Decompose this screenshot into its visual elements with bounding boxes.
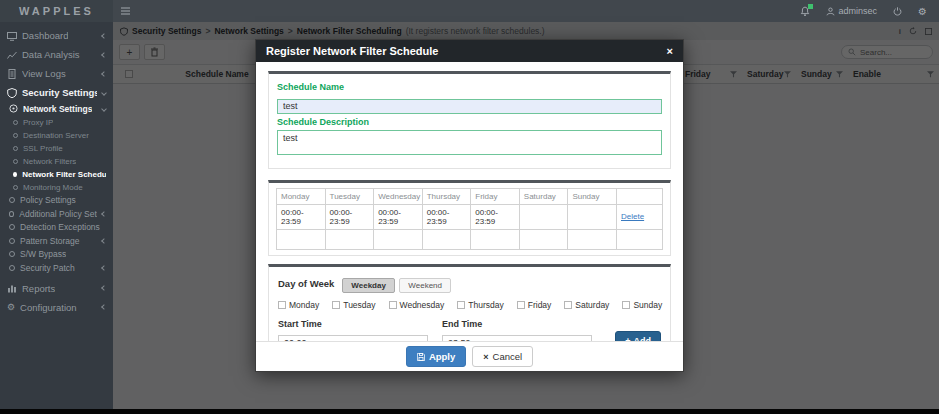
schedule-table: Monday Tuesday Wednesday Thursday Friday…: [276, 188, 663, 250]
sidebar-item-network-settings[interactable]: Network Settings: [0, 102, 113, 116]
schedule-description-input[interactable]: test: [277, 130, 662, 155]
chevron-left-icon: [101, 265, 107, 271]
day-of-week-label: Day of Week: [278, 278, 334, 289]
chevron-left-icon: [101, 211, 107, 217]
sidebar-item-configuration[interactable]: ⚙ Configuration: [0, 298, 113, 317]
circle-icon: [9, 224, 15, 230]
sidebar-item-dashboard[interactable]: Dashboard: [0, 26, 113, 45]
gear-icon: ⚙: [7, 302, 15, 312]
sidebar-item-label: Network Filter Scheduling: [22, 170, 106, 179]
sidebar-item-detection-exceptions[interactable]: Detection Exceptions: [0, 221, 113, 235]
checkbox-wednesday[interactable]: Wednesday: [389, 300, 445, 310]
schedule-table-header-row: Monday Tuesday Wednesday Thursday Friday…: [277, 188, 663, 204]
sidebar-item-security-patch[interactable]: Security Patch: [0, 261, 113, 275]
day-of-week-row: Day of Week Weekday Weekend: [278, 274, 661, 293]
sidebar-item-additional-policy-settings[interactable]: Additional Policy Settings: [0, 207, 113, 221]
sidebar-item-label: Security Settings: [22, 87, 97, 98]
topbar-actions: adminsec ⚙: [800, 0, 939, 22]
checkbox-icon: [332, 301, 340, 309]
sidebar-item-label: Destination Server: [23, 131, 89, 140]
sidebar-item-label: Detection Exceptions: [20, 222, 100, 232]
apply-button[interactable]: Apply: [406, 346, 466, 367]
target-icon: [9, 104, 18, 113]
sidebar-item-policy-settings[interactable]: Policy Settings: [0, 194, 113, 208]
checkbox-label: Thursday: [468, 300, 503, 310]
sidebar-item-monitoring-mode[interactable]: Monitoring Mode: [0, 181, 113, 194]
chevron-left-icon: [101, 285, 107, 291]
checkbox-icon: [389, 301, 397, 309]
sidebar-item-reports[interactable]: Reports: [0, 279, 113, 298]
add-time-button[interactable]: +Add: [615, 331, 661, 342]
bar-chart-icon: [7, 283, 17, 293]
checkbox-friday[interactable]: Friday: [517, 300, 552, 310]
sidebar-item-proxy-ip[interactable]: Proxy IP: [0, 116, 113, 129]
checkbox-thursday[interactable]: Thursday: [457, 300, 503, 310]
cell-empty: [519, 229, 568, 249]
shield-icon: [7, 88, 17, 98]
checkbox-icon: [278, 301, 286, 309]
circle-icon: [13, 120, 18, 125]
line-chart-icon: [7, 50, 17, 60]
circle-icon: [9, 238, 15, 244]
chevron-left-icon: [101, 238, 107, 244]
checkbox-label: Wednesday: [400, 300, 445, 310]
checkbox-monday[interactable]: Monday: [278, 300, 319, 310]
sidebar-item-network-filters[interactable]: Network Filters: [0, 155, 113, 168]
circle-icon: [13, 146, 18, 151]
checkbox-label: Sunday: [633, 300, 662, 310]
username-label: adminsec: [839, 6, 878, 16]
cell-tuesday: 00:00-23:59: [325, 204, 374, 229]
sidebar-item-view-logs[interactable]: View Logs: [0, 64, 113, 83]
chevron-left-icon: [101, 33, 107, 39]
start-time-label: Start Time: [278, 319, 428, 329]
document-icon: [7, 69, 17, 79]
weekday-button[interactable]: Weekday: [342, 278, 395, 293]
sidebar-item-ssl-profile[interactable]: SSL Profile: [0, 142, 113, 155]
settings-button[interactable]: ⚙: [918, 6, 927, 17]
checkbox-icon: [622, 301, 630, 309]
cell-empty: [617, 229, 663, 249]
hamburger-menu-icon[interactable]: [121, 0, 130, 22]
apply-button-label: Apply: [429, 351, 455, 362]
sidebar-item-label: Policy Settings: [20, 195, 76, 205]
sidebar-item-label: Additional Policy Settings: [19, 209, 97, 219]
checkbox-saturday[interactable]: Saturday: [564, 300, 609, 310]
circle-icon: [9, 251, 15, 257]
checkbox-label: Monday: [289, 300, 319, 310]
cancel-button[interactable]: × Cancel: [472, 346, 533, 367]
circle-icon: [9, 211, 14, 217]
end-time-field: End Time: [442, 319, 592, 342]
sidebar-item-security-settings[interactable]: Security Settings: [0, 83, 113, 102]
sidebar-item-label: Network Filters: [23, 157, 76, 166]
logout-button[interactable]: [893, 7, 902, 16]
weekend-button[interactable]: Weekend: [399, 278, 451, 293]
schedule-description-label: Schedule Description: [277, 117, 662, 127]
sidebar-item-network-filter-scheduling[interactable]: Network Filter Scheduling: [0, 168, 113, 181]
x-icon: ×: [483, 352, 488, 362]
th-thursday: Thursday: [422, 188, 471, 204]
cell-sunday: [568, 204, 617, 229]
close-icon[interactable]: ×: [667, 45, 673, 57]
th-actions: [617, 188, 663, 204]
circle-icon: [9, 265, 15, 271]
delete-row-link[interactable]: Delete: [621, 212, 644, 221]
cell-empty: [422, 229, 471, 249]
sidebar-item-data-analysis[interactable]: Data Analysis: [0, 45, 113, 64]
sidebar-item-destination-server[interactable]: Destination Server: [0, 129, 113, 142]
user-menu[interactable]: adminsec: [826, 6, 878, 16]
time-row: Start Time End Time +Add: [278, 319, 661, 342]
notifications-button[interactable]: [800, 6, 810, 17]
checkbox-sunday[interactable]: Sunday: [622, 300, 662, 310]
checkbox-label: Friday: [528, 300, 552, 310]
sidebar-item-pattern-storage[interactable]: Pattern Storage: [0, 234, 113, 248]
circle-icon: [9, 197, 15, 203]
schedule-name-input[interactable]: [277, 99, 662, 114]
sidebar-item-label: Proxy IP: [23, 118, 53, 127]
checkbox-label: Saturday: [575, 300, 609, 310]
sidebar-item-sw-bypass[interactable]: S/W Bypass: [0, 248, 113, 262]
bottom-edge: [0, 409, 939, 414]
chevron-down-icon: [101, 90, 107, 96]
chevron-left-icon: [101, 52, 107, 58]
sidebar-item-label: Network Settings: [23, 104, 92, 114]
checkbox-tuesday[interactable]: Tuesday: [332, 300, 375, 310]
